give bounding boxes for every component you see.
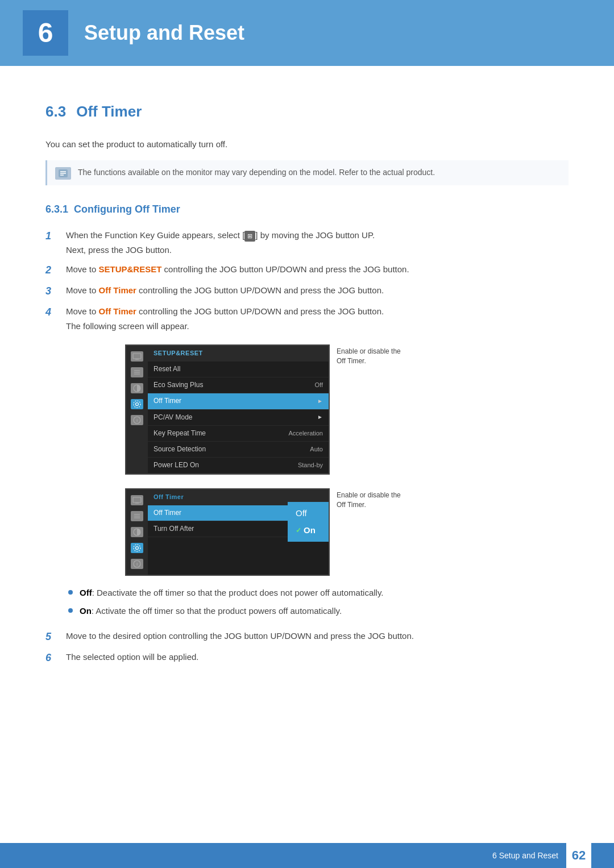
screen1-row-keyrepeat: Key Repeat Time Acceleration (148, 426, 329, 442)
step-num-2: 2 (45, 263, 61, 278)
note-icon (55, 167, 71, 180)
popup-box: Off ✓ On (288, 502, 329, 542)
section-title: Off Timer (76, 103, 142, 120)
step-content-2: Move to SETUP&RESET controlling the JOG … (66, 263, 409, 276)
footer: 6 Setup and Reset 62 (0, 843, 614, 868)
step-num-1: 1 (45, 229, 61, 244)
screen2-box: i Off Timer Off Timer Off Turn Off After (125, 488, 330, 576)
step-content-1: When the Function Key Guide appears, sel… (66, 229, 375, 257)
steps-cont-list: 5 Move to the desired option controlling… (45, 629, 569, 666)
svg-rect-4 (133, 354, 141, 359)
step-4-sub: The following screen will appear. (66, 319, 384, 333)
svg-point-21 (134, 545, 140, 551)
chapter-header: 6 Setup and Reset (0, 0, 614, 66)
menu-icon-monitor (131, 351, 143, 362)
step-4-bold: Off Timer (99, 306, 136, 316)
screen2-menu-icons: i (126, 489, 148, 575)
screen2-icon-lines (131, 511, 143, 521)
menu-icon-info: i (131, 415, 143, 425)
bullet-text-off: Off: Deactivate the off timer so that th… (80, 586, 383, 600)
screens-container: i SETUP&RESET Reset All Eco Saving Plus … (125, 344, 569, 576)
step-2-bold: SETUP&RESET (99, 264, 162, 274)
menu-icon-lines (131, 367, 143, 377)
screen1-row-offtimer: Off Timer ► (148, 393, 329, 409)
screen2-icon-monitor (131, 495, 143, 505)
bullet-item-on: On: Activate the off timer so that the p… (68, 604, 569, 618)
note-text: The functions available on the monitor m… (78, 166, 435, 178)
step-content-5: Move to the desired option controlling t… (66, 629, 414, 643)
screen1-row-source: Source Detection Auto (148, 442, 329, 458)
main-content: 6.3Off Timer You can set the product to … (0, 66, 614, 722)
step-2: 2 Move to SETUP&RESET controlling the JO… (45, 263, 569, 278)
intro-text: You can set the product to automatically… (45, 138, 569, 151)
screen1-row-powerled: Power LED On Stand-by (148, 458, 329, 474)
screen2-menu-area: i Off Timer Off Timer Off Turn Off After (126, 489, 329, 575)
screen1-wrapper: i SETUP&RESET Reset All Eco Saving Plus … (125, 344, 569, 475)
subsection-heading: 6.3.1 Configuring Off Timer (45, 201, 569, 218)
svg-point-11 (134, 401, 140, 408)
step-6: 6 The selected option will be applied. (45, 650, 569, 666)
popup-item-on: ✓ On (296, 522, 321, 539)
screen1-annotation: Enable or disable the Off Timer. (330, 347, 409, 366)
chapter-title: Setup and Reset (84, 16, 244, 49)
screen2-menu-content: Off Timer Off Timer Off Turn Off After O… (148, 489, 329, 575)
screen2-wrapper: i Off Timer Off Timer Off Turn Off After (125, 488, 569, 576)
menu-icon-settings (131, 399, 143, 409)
step-num-5: 5 (45, 629, 61, 645)
step-num-4: 4 (45, 305, 61, 320)
screen1-menu-header: SETUP&RESET (148, 346, 329, 362)
chapter-number: 6 (38, 11, 53, 55)
steps-list: 1 When the Function Key Guide appears, s… (45, 229, 569, 333)
step-content-6: The selected option will be applied. (66, 650, 198, 664)
note-box: The functions available on the monitor m… (45, 160, 569, 185)
screen1-menu-content: SETUP&RESET Reset All Eco Saving Plus Of… (148, 346, 329, 474)
bullet-dot-on (68, 608, 73, 613)
screen1-row-eco: Eco Saving Plus Off (148, 377, 329, 393)
section-number: 6.3 (45, 103, 66, 120)
step-num-6: 6 (45, 650, 61, 666)
step-3: 3 Move to Off Timer controlling the JOG … (45, 284, 569, 299)
step-content-3: Move to Off Timer controlling the JOG bu… (66, 284, 384, 297)
screen2-icon-info: i (131, 559, 143, 569)
subsection-number: 6.3.1 (45, 203, 68, 215)
step-3-bold: Off Timer (99, 285, 136, 295)
svg-text:i: i (136, 562, 138, 567)
chapter-num-box: 6 (23, 10, 68, 56)
svg-text:i: i (136, 418, 138, 423)
bullet-dot-off (68, 590, 73, 595)
screen1-row-reset: Reset All (148, 362, 329, 377)
screen2-annotation: Enable or disable the Off Timer. (330, 491, 409, 510)
screen1-row-pcav: PC/AV Mode ► (148, 410, 329, 426)
popup-item-off: Off (296, 505, 321, 522)
footer-text: 6 Setup and Reset (492, 849, 558, 862)
bullet-list: Off: Deactivate the off timer so that th… (68, 586, 569, 618)
bullet-text-on: On: Activate the off timer so that the p… (80, 604, 342, 618)
kbd-icon: ⊞ (244, 231, 255, 242)
screen2-icon-contrast (131, 527, 143, 537)
screen1-menu-area: i SETUP&RESET Reset All Eco Saving Plus … (126, 346, 329, 474)
footer-page-num: 62 (566, 843, 591, 868)
menu-icon-contrast (131, 383, 143, 393)
svg-point-10 (136, 403, 139, 406)
screen1-box: i SETUP&RESET Reset All Eco Saving Plus … (125, 344, 330, 475)
step-content-4: Move to Off Timer controlling the JOG bu… (66, 305, 384, 333)
screen1-menu-icons: i (126, 346, 148, 474)
screen2-icon-settings (131, 543, 143, 553)
step-1-sub: Next, press the JOG button. (66, 243, 375, 257)
svg-rect-14 (133, 497, 141, 502)
step-num-3: 3 (45, 284, 61, 299)
step-1: 1 When the Function Key Guide appears, s… (45, 229, 569, 257)
bullet-item-off: Off: Deactivate the off timer so that th… (68, 586, 569, 600)
step-4: 4 Move to Off Timer controlling the JOG … (45, 305, 569, 333)
svg-point-20 (136, 547, 139, 550)
step-5: 5 Move to the desired option controlling… (45, 629, 569, 645)
subsection-title: Configuring Off Timer (74, 203, 180, 215)
section-heading: 6.3Off Timer (45, 100, 569, 124)
